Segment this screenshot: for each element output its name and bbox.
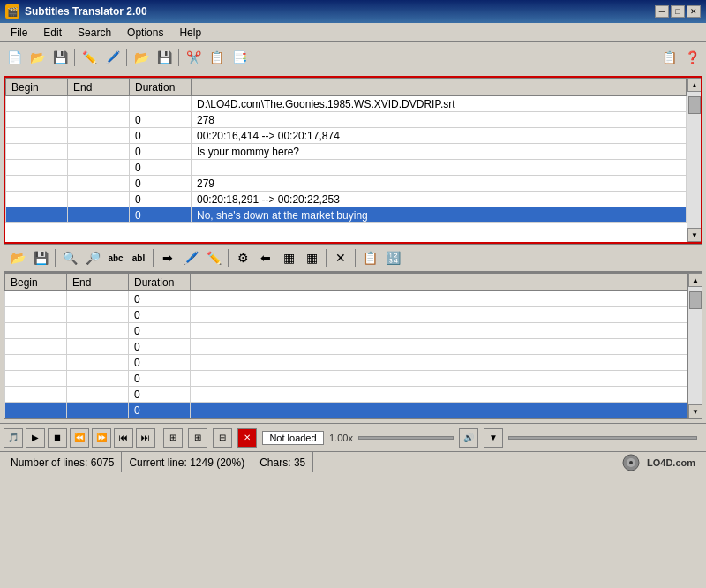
playback-icon-btn[interactable]: 🎵 bbox=[4, 428, 23, 448]
save-button[interactable]: 💾 bbox=[49, 47, 71, 68]
sec-find2-btn[interactable]: 🔎 bbox=[82, 247, 103, 268]
sec-sep-1 bbox=[55, 249, 56, 267]
scroll-down-button-2[interactable]: ▼ bbox=[688, 404, 702, 418]
table-row[interactable]: 0 bbox=[5, 371, 687, 387]
scroll-track-2[interactable] bbox=[688, 287, 702, 404]
settings-btn[interactable]: ▼ bbox=[484, 428, 503, 448]
cell-duration: 0 bbox=[130, 144, 192, 160]
table-row[interactable]: 0 bbox=[5, 339, 687, 355]
menu-help[interactable]: Help bbox=[172, 25, 208, 41]
table-row-selected[interactable]: 0 bbox=[5, 403, 687, 418]
table-row[interactable]: 0 bbox=[5, 387, 687, 403]
title-bar-buttons[interactable]: ─ □ ✕ bbox=[655, 5, 701, 18]
sec-save-btn[interactable]: 💾 bbox=[30, 247, 51, 268]
lines-label: Number of lines: bbox=[11, 456, 87, 469]
rewind-button[interactable]: ⏪ bbox=[70, 428, 89, 448]
scroll-up-button[interactable]: ▲ bbox=[687, 78, 701, 92]
marker2-btn[interactable]: ⊞ bbox=[188, 428, 207, 448]
sec-left-btn[interactable]: ⬅ bbox=[255, 247, 276, 268]
copy-button[interactable]: 📋 bbox=[206, 47, 227, 68]
table-row[interactable]: 0 00:20:18,291 --> 00:20:22,253 bbox=[6, 192, 687, 207]
menu-search[interactable]: Search bbox=[71, 25, 118, 41]
stop-button[interactable]: ⏹ bbox=[48, 428, 67, 448]
minimize-button[interactable]: ─ bbox=[655, 5, 669, 18]
logo-icon bbox=[619, 454, 643, 471]
open-button[interactable]: 📂 bbox=[26, 47, 48, 68]
menu-edit[interactable]: Edit bbox=[36, 25, 69, 41]
sec-edit-btn[interactable]: ✏️ bbox=[203, 247, 224, 268]
table-row[interactable]: 0 bbox=[5, 355, 687, 371]
cell-content: 00:20:16,414 --> 00:20:17,874 bbox=[192, 128, 687, 144]
volume-slider[interactable] bbox=[358, 436, 454, 440]
volume-btn[interactable]: 🔊 bbox=[459, 428, 478, 448]
edit-button[interactable]: ✏️ bbox=[79, 47, 100, 68]
cell-end bbox=[67, 323, 129, 339]
stop-red-btn[interactable]: ✕ bbox=[237, 428, 257, 448]
scroll-track[interactable] bbox=[687, 92, 701, 228]
table-row[interactable]: 0 bbox=[5, 323, 687, 339]
menu-options[interactable]: Options bbox=[120, 25, 170, 41]
cell-duration: 0 bbox=[129, 403, 191, 418]
table-row[interactable]: 0 00:20:16,414 --> 00:20:17,874 bbox=[6, 128, 687, 144]
new-button[interactable]: 📄 bbox=[4, 47, 25, 68]
marker1-btn[interactable]: ⊞ bbox=[163, 428, 183, 448]
pen-button[interactable]: 🖊️ bbox=[101, 47, 123, 68]
sec-grid3-btn[interactable]: ▦ bbox=[301, 247, 322, 268]
bottom-scrollbar[interactable]: ▲ ▼ bbox=[687, 273, 702, 418]
sec-right-btn[interactable]: ➡ bbox=[157, 247, 178, 268]
marker3-btn[interactable]: ⊟ bbox=[213, 428, 232, 448]
scroll-thumb-2[interactable] bbox=[689, 291, 702, 309]
cut-button[interactable]: ✂️ bbox=[183, 47, 204, 68]
restore-button[interactable]: □ bbox=[671, 5, 685, 18]
save2-button[interactable]: 💾 bbox=[154, 47, 175, 68]
bottom-panel-inner: Begin End Duration 0 bbox=[4, 273, 702, 418]
sec-open-btn[interactable]: 📂 bbox=[7, 247, 28, 268]
sec-num-btn[interactable]: 🔢 bbox=[382, 247, 403, 268]
bottom-grid-header: Begin End Duration bbox=[5, 274, 687, 291]
menu-file[interactable]: File bbox=[4, 25, 34, 41]
secondary-toolbar: 📂 💾 🔍 🔎 abc abl ➡ 🖊️ ✏️ ⚙ ⬅ ▦ ▦ ✕ 📋 🔢 bbox=[4, 244, 702, 272]
cell-content-selected: No, she's down at the market buying bbox=[192, 207, 687, 223]
sec-copy-btn[interactable]: 📋 bbox=[359, 247, 380, 268]
table-row[interactable]: 0 bbox=[5, 291, 687, 307]
play-button[interactable]: ▶ bbox=[26, 428, 45, 448]
status-bar: Number of lines: 6075 Current line: 1249… bbox=[0, 451, 706, 472]
next-button[interactable]: ⏭ bbox=[136, 428, 155, 448]
top-scrollbar[interactable]: ▲ ▼ bbox=[687, 78, 701, 242]
paste-button[interactable]: 📑 bbox=[229, 47, 250, 68]
sec-grid2-btn[interactable]: ▦ bbox=[278, 247, 299, 268]
scroll-down-button[interactable]: ▼ bbox=[687, 228, 701, 242]
table-row[interactable]: 0 Is your mommy here? bbox=[6, 144, 687, 160]
sec-sep-4 bbox=[326, 249, 327, 267]
table-row[interactable]: 0 bbox=[5, 307, 687, 323]
sec-abc-btn[interactable]: abc bbox=[105, 247, 126, 268]
cell-end bbox=[67, 291, 129, 307]
table-row[interactable]: 0 bbox=[6, 160, 687, 176]
cell-duration: 0 bbox=[129, 371, 191, 387]
scroll-thumb[interactable] bbox=[688, 96, 701, 114]
progress-slider[interactable] bbox=[508, 436, 697, 440]
sec-grid1-btn[interactable]: ⚙ bbox=[232, 247, 253, 268]
open2-button[interactable]: 📂 bbox=[131, 47, 152, 68]
extra-button[interactable]: 📋 bbox=[658, 47, 680, 68]
close-button[interactable]: ✕ bbox=[687, 5, 701, 18]
sec-x-btn[interactable]: ✕ bbox=[330, 247, 351, 268]
cell-begin bbox=[5, 339, 67, 355]
table-row-selected[interactable]: 0 No, she's down at the market buying bbox=[6, 207, 687, 223]
cell-content-selected bbox=[191, 403, 687, 418]
cell-end bbox=[68, 128, 130, 144]
sec-pen-btn[interactable]: 🖊️ bbox=[180, 247, 201, 268]
bottom-grid-body: 0 0 0 bbox=[5, 291, 687, 418]
table-row[interactable]: 0 278 bbox=[6, 112, 687, 128]
fast-forward-button[interactable]: ⏩ bbox=[92, 428, 111, 448]
sec-find-btn[interactable]: 🔍 bbox=[59, 247, 80, 268]
scroll-up-button-2[interactable]: ▲ bbox=[688, 273, 702, 287]
sec-abl-btn[interactable]: abl bbox=[128, 247, 149, 268]
table-row[interactable]: 0 279 bbox=[6, 176, 687, 192]
cell-content bbox=[191, 339, 687, 355]
toolbar-separator-2 bbox=[126, 49, 127, 66]
table-row[interactable]: D:\LO4D.com\The.Goonies.1985.WS.XVID.DVD… bbox=[6, 96, 687, 112]
help-button[interactable]: ❓ bbox=[681, 47, 702, 68]
cell-duration: 0 bbox=[129, 387, 191, 403]
prev-button[interactable]: ⏮ bbox=[114, 428, 133, 448]
